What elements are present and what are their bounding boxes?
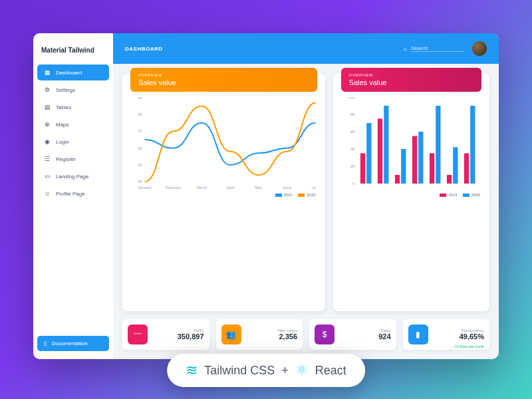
tech-badge: ≋ Tailwind CSS + ⚛ React <box>167 354 365 387</box>
stat-icon: ▮ <box>408 325 428 344</box>
nav-label: Login <box>56 139 69 145</box>
line-chart-card: OVERVIEW Sales value 405060708090January… <box>122 73 325 311</box>
svg-rect-28 <box>401 149 406 184</box>
svg-rect-24 <box>446 175 451 184</box>
svg-text:40: 40 <box>138 180 142 184</box>
stat-card-traffic: 〰Traffic350,897 <box>122 319 209 350</box>
nav-label: Profile Page <box>56 191 85 197</box>
sidebar-item-dashboard[interactable]: ▦Dashboard <box>37 65 109 80</box>
badge-tailwind: Tailwind CSS <box>204 364 275 378</box>
search-input[interactable] <box>411 45 464 52</box>
stat-icon: $ <box>315 325 334 344</box>
svg-rect-25 <box>464 154 468 184</box>
overview-label: OVERVIEW <box>138 73 309 77</box>
svg-text:80: 80 <box>138 112 142 116</box>
bar-chart-card: OVERVIEW Sales value 020406080100 201920… <box>333 73 489 311</box>
svg-rect-21 <box>394 175 399 184</box>
charts-row: OVERVIEW Sales value 405060708090January… <box>122 73 489 311</box>
svg-text:April: April <box>226 186 234 190</box>
stat-sub: ↑ 12 Since last month <box>452 344 484 348</box>
svg-text:40: 40 <box>350 147 355 151</box>
sidebar-item-maps[interactable]: ⊕Maps <box>37 116 109 132</box>
tailwind-icon: ≋ <box>186 362 198 379</box>
svg-rect-20 <box>377 119 382 184</box>
nav-icon: ⊕ <box>44 121 51 128</box>
svg-rect-31 <box>453 147 458 184</box>
doc-icon: ▯ <box>44 340 47 346</box>
svg-text:90: 90 <box>138 97 142 100</box>
stats-row: 〰Traffic350,897👥New Users2,356$Sales924▮… <box>122 319 489 350</box>
svg-rect-29 <box>418 132 423 184</box>
stat-value: 2,356 <box>247 332 298 340</box>
nav-icon: ◉ <box>44 138 51 145</box>
svg-text:June: June <box>283 186 292 190</box>
logo: Material Tailwind <box>33 41 113 63</box>
svg-text:January: January <box>138 186 152 190</box>
nav-icon: ▦ <box>44 69 51 76</box>
stat-icon: 〰 <box>128 325 148 344</box>
legend-item: 2020 <box>463 193 480 197</box>
nav-label: Landing Page <box>56 174 88 180</box>
chart-header: OVERVIEW Sales value <box>130 68 317 92</box>
svg-rect-30 <box>436 106 440 184</box>
sidebar: Material Tailwind ▦Dashboard⚙Settings▤Ta… <box>33 33 113 359</box>
svg-text:60: 60 <box>138 146 142 150</box>
svg-rect-27 <box>384 106 388 184</box>
svg-rect-26 <box>366 123 371 184</box>
svg-text:March: March <box>196 186 207 190</box>
svg-text:July: July <box>312 186 315 190</box>
stat-icon: 👥 <box>221 325 241 344</box>
nav-icon: ⚙ <box>44 86 51 93</box>
svg-rect-23 <box>429 154 434 184</box>
legend-item: 2019 <box>440 193 457 197</box>
stat-value: 350,897 <box>153 332 204 340</box>
svg-text:60: 60 <box>350 130 355 134</box>
chart-title: Sales value <box>138 78 309 86</box>
stat-value: 49,65% <box>434 332 485 340</box>
legend: 20192020 <box>342 193 480 197</box>
svg-text:100: 100 <box>348 97 355 99</box>
svg-text:50: 50 <box>138 163 142 167</box>
nav-label: Tables <box>56 104 71 110</box>
svg-text:0: 0 <box>352 182 355 186</box>
sidebar-item-profile-page[interactable]: ☺Profile Page <box>37 186 109 201</box>
react-icon: ⚛ <box>295 362 309 379</box>
badge-react: React <box>315 364 346 378</box>
main: DASHBOARD ⌕ OVERVIEW Sales value 4050607… <box>113 33 499 359</box>
legend: 20212020 <box>132 193 316 197</box>
legend-item: 2021 <box>275 193 293 197</box>
avatar[interactable] <box>472 41 487 56</box>
legend-item: 2020 <box>298 193 315 197</box>
svg-rect-32 <box>470 106 475 184</box>
svg-text:20: 20 <box>350 164 355 168</box>
svg-text:February: February <box>166 186 182 190</box>
app-window: Material Tailwind ▦Dashboard⚙Settings▤Ta… <box>33 33 499 359</box>
topbar: DASHBOARD ⌕ <box>113 33 499 64</box>
sidebar-item-settings[interactable]: ⚙Settings <box>37 82 109 98</box>
overview-label: OVERVIEW <box>349 73 473 77</box>
search[interactable]: ⌕ <box>404 45 464 52</box>
chart-header: OVERVIEW Sales value <box>341 68 481 92</box>
sidebar-item-landing-page[interactable]: ▭Landing Page <box>37 168 109 184</box>
documentation-button[interactable]: ▯ Documentation <box>37 336 109 351</box>
sidebar-item-tables[interactable]: ▤Tables <box>37 99 109 115</box>
sidebar-item-login[interactable]: ◉Login <box>37 134 109 150</box>
nav-label: Maps <box>56 122 69 128</box>
bar-chart: 020406080100 <box>342 97 480 190</box>
nav-list: ▦Dashboard⚙Settings▤Tables⊕Maps◉Login☲Re… <box>33 63 113 332</box>
nav-label: Dashboard <box>56 70 82 76</box>
nav-icon: ☲ <box>44 156 51 162</box>
nav-label: Register <box>56 156 76 162</box>
line-chart: 405060708090JanuaryFebruaryMarchAprilMay… <box>132 97 316 190</box>
chart-title: Sales value <box>349 78 473 86</box>
doc-label: Documentation <box>52 340 88 346</box>
nav-icon: ▤ <box>44 104 51 110</box>
svg-rect-22 <box>412 136 416 184</box>
nav-icon: ▭ <box>44 173 51 180</box>
svg-text:70: 70 <box>138 129 142 133</box>
nav-icon: ☺ <box>44 190 51 197</box>
sidebar-item-register[interactable]: ☲Register <box>37 151 109 167</box>
nav-label: Settings <box>56 87 75 93</box>
content: OVERVIEW Sales value 405060708090January… <box>113 64 499 359</box>
svg-text:80: 80 <box>350 112 355 116</box>
